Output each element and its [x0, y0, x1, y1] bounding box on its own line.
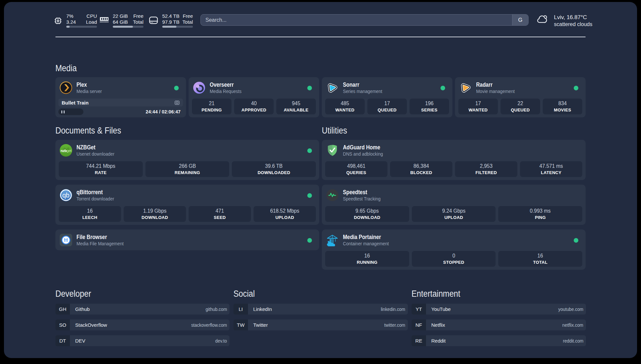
- svg-text:nzbget: nzbget: [61, 149, 72, 153]
- svg-text:qb: qb: [62, 192, 70, 199]
